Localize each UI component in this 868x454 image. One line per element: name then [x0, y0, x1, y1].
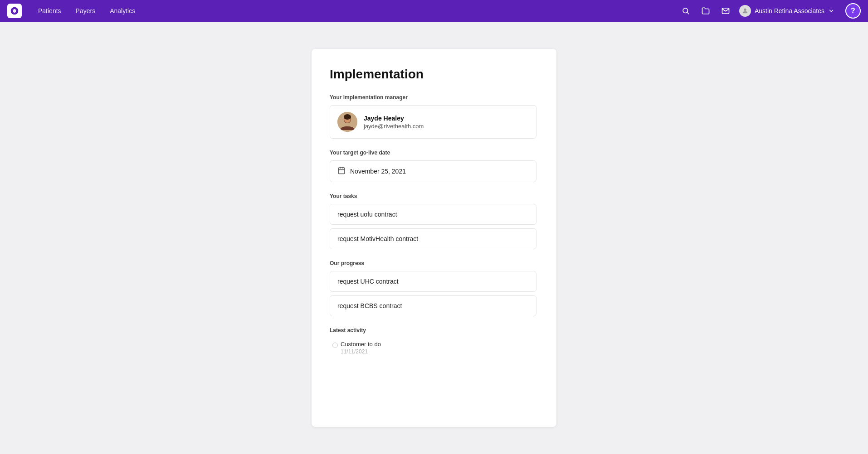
activity-date: 11/11/2021 — [341, 348, 536, 355]
nav-right: Austin Retina Associates ? — [679, 3, 861, 19]
manager-email: jayde@rivethealth.com — [364, 123, 424, 130]
search-icon[interactable] — [679, 5, 692, 17]
nav-payers[interactable]: Payers — [70, 5, 101, 17]
tasks-label: Your tasks — [330, 193, 536, 199]
progress-item: request BCBS contract — [330, 295, 536, 316]
activity-title: Customer to do — [341, 341, 536, 348]
main-nav: Patients Payers Analytics — [33, 5, 679, 17]
activity-label: Latest activity — [330, 327, 536, 333]
manager-section-label: Your implementation manager — [330, 94, 536, 101]
logo[interactable] — [7, 4, 22, 18]
progress-label: Our progress — [330, 260, 536, 266]
manager-name: Jayde Healey — [364, 115, 424, 122]
go-live-section: Your target go-live date November 25, 20… — [330, 150, 536, 182]
svg-point-3 — [744, 9, 746, 11]
manager-section: Your implementation manager — [330, 94, 536, 139]
manager-info: Jayde Healey jayde@rivethealth.com — [364, 115, 424, 130]
card-scroll-area[interactable]: Implementation Your implementation manag… — [330, 67, 538, 357]
your-tasks-section: Your tasks request uofu contract request… — [330, 193, 536, 249]
help-button[interactable]: ? — [845, 3, 861, 19]
mail-icon[interactable] — [719, 5, 732, 17]
task-item: request MotivHealth contract — [330, 228, 536, 249]
calendar-icon — [337, 166, 346, 176]
org-selector[interactable]: Austin Retina Associates — [739, 5, 834, 17]
org-name: Austin Retina Associates — [755, 7, 824, 14]
activity-item: Customer to do 11/11/2021 — [330, 338, 536, 357]
latest-activity-section: Latest activity Customer to do 11/11/202… — [330, 327, 536, 357]
manager-avatar — [337, 112, 357, 132]
chevron-down-icon — [828, 8, 834, 14]
go-live-date-field: November 25, 2021 — [330, 160, 536, 182]
manager-card: Jayde Healey jayde@rivethealth.com — [330, 105, 536, 139]
progress-item: request UHC contract — [330, 271, 536, 292]
top-nav: Patients Payers Analytics — [0, 0, 868, 22]
our-progress-section: Our progress request UHC contract reques… — [330, 260, 536, 316]
nav-analytics[interactable]: Analytics — [104, 5, 141, 17]
go-live-date-value: November 25, 2021 — [350, 168, 406, 175]
page-title: Implementation — [330, 67, 536, 82]
implementation-card: Implementation Your implementation manag… — [312, 49, 556, 427]
folder-icon[interactable] — [699, 5, 712, 17]
go-live-label: Your target go-live date — [330, 150, 536, 156]
svg-rect-8 — [338, 168, 345, 174]
svg-line-2 — [687, 12, 688, 14]
nav-patients[interactable]: Patients — [33, 5, 67, 17]
org-avatar — [739, 5, 751, 17]
task-item: request uofu contract — [330, 204, 536, 225]
page-content: Implementation Your implementation manag… — [0, 22, 868, 454]
